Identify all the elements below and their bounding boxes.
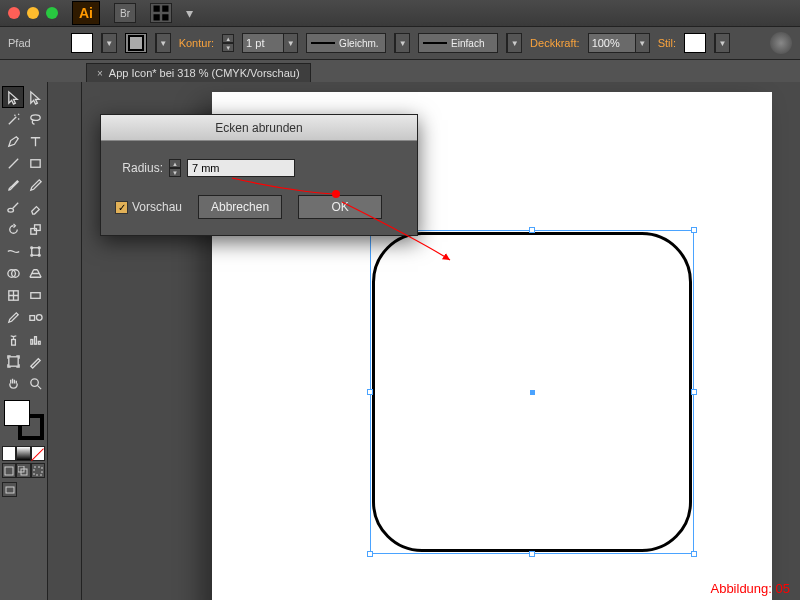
document-tab-bar: × App Icon* bei 318 % (CMYK/Vorschau) <box>0 60 800 82</box>
artboard-tool[interactable] <box>2 350 24 372</box>
brush-profile-basic[interactable]: Einfach <box>418 33 498 53</box>
eraser-tool[interactable] <box>24 196 46 218</box>
symbol-sprayer-tool[interactable] <box>2 328 24 350</box>
rotate-tool[interactable] <box>2 218 24 240</box>
close-window-button[interactable] <box>8 7 20 19</box>
selection-handle[interactable] <box>691 389 697 395</box>
free-transform-tool[interactable] <box>24 240 46 262</box>
svg-rect-21 <box>30 339 32 344</box>
svg-rect-18 <box>29 315 34 320</box>
selection-tool[interactable] <box>2 86 24 108</box>
style-dropdown[interactable]: ▼ <box>714 33 730 53</box>
preview-checkbox[interactable]: ✓ Vorschau <box>115 200 182 214</box>
selection-handle[interactable] <box>529 551 535 557</box>
figure-caption: Abbildung: 05 <box>710 581 790 596</box>
direct-selection-tool[interactable] <box>24 86 46 108</box>
tools-panel <box>0 82 48 600</box>
draw-inside-icon[interactable] <box>31 463 45 478</box>
color-mode-row <box>2 446 45 461</box>
brush-profile-dropdown[interactable]: ▼ <box>506 33 522 53</box>
color-mode-gradient[interactable] <box>16 446 30 461</box>
svg-rect-8 <box>34 224 40 230</box>
svg-point-19 <box>36 314 42 320</box>
zoom-tool[interactable] <box>24 372 46 394</box>
screen-mode-switch[interactable] <box>2 482 45 497</box>
traffic-lights <box>8 7 58 19</box>
line-tool[interactable] <box>2 152 24 174</box>
svg-rect-24 <box>8 356 17 365</box>
style-label: Stil: <box>658 37 676 49</box>
pencil-tool[interactable] <box>24 174 46 196</box>
document-area[interactable]: Ecken abrunden Radius: ▲▼ ✓ Vorschau Abb… <box>82 82 800 600</box>
zoom-window-button[interactable] <box>46 7 58 19</box>
shape-builder-tool[interactable] <box>2 262 24 284</box>
fill-dropdown[interactable]: ▼ <box>101 33 117 53</box>
selection-handle[interactable] <box>367 389 373 395</box>
fill-swatch[interactable] <box>71 33 93 53</box>
stroke-weight-stepper[interactable]: ▲▼ <box>222 34 234 52</box>
fill-stroke-indicator[interactable] <box>4 400 44 440</box>
selection-handle[interactable] <box>529 227 535 233</box>
type-tool[interactable] <box>24 130 46 152</box>
radius-stepper[interactable]: ▲▼ <box>169 159 181 177</box>
selection-center-point <box>530 390 535 395</box>
control-bar: Pfad ▼ ▼ Kontur: ▲▼ ▼ Gleichm. ▼ Einfach… <box>0 26 800 60</box>
document-setup-icon[interactable] <box>770 32 792 54</box>
paintbrush-tool[interactable] <box>2 174 24 196</box>
dropdown-arrow-icon[interactable]: ▾ <box>186 3 208 23</box>
stroke-profile-uniform[interactable]: Gleichm. <box>306 33 386 53</box>
svg-rect-1 <box>162 6 168 12</box>
draw-normal-icon[interactable] <box>2 463 16 478</box>
selection-handle[interactable] <box>691 551 697 557</box>
style-swatch[interactable] <box>684 33 706 53</box>
stroke-cap-label: Gleichm. <box>339 38 378 49</box>
minimize-window-button[interactable] <box>27 7 39 19</box>
rectangle-tool[interactable] <box>24 152 46 174</box>
workspace: Ecken abrunden Radius: ▲▼ ✓ Vorschau Abb… <box>0 82 800 600</box>
cancel-button[interactable]: Abbrechen <box>198 195 282 219</box>
svg-point-4 <box>30 114 39 120</box>
width-tool[interactable] <box>2 240 24 262</box>
draw-behind-icon[interactable] <box>16 463 30 478</box>
bridge-button[interactable]: Br <box>114 3 136 23</box>
color-mode-solid[interactable] <box>2 446 16 461</box>
close-tab-icon[interactable]: × <box>97 68 103 79</box>
screen-mode-icon[interactable] <box>2 482 17 497</box>
pen-tool[interactable] <box>2 130 24 152</box>
selection-handle[interactable] <box>367 551 373 557</box>
magic-wand-tool[interactable] <box>2 108 24 130</box>
svg-rect-0 <box>154 6 160 12</box>
arrange-documents-button[interactable] <box>150 3 172 23</box>
stroke-swatch[interactable] <box>125 33 147 53</box>
svg-rect-22 <box>34 336 36 344</box>
blend-tool[interactable] <box>24 306 46 328</box>
svg-rect-26 <box>5 467 13 475</box>
stroke-weight-input[interactable] <box>243 34 283 52</box>
stroke-weight-field[interactable]: ▼ <box>242 33 298 53</box>
eyedropper-tool[interactable] <box>2 306 24 328</box>
gradient-tool[interactable] <box>24 284 46 306</box>
opacity-input[interactable] <box>589 34 635 52</box>
mesh-tool[interactable] <box>2 284 24 306</box>
checkbox-check-icon: ✓ <box>115 201 128 214</box>
stroke-dropdown[interactable]: ▼ <box>155 33 171 53</box>
slice-tool[interactable] <box>24 350 46 372</box>
perspective-grid-tool[interactable] <box>24 262 46 284</box>
selection-handle[interactable] <box>691 227 697 233</box>
svg-rect-30 <box>6 487 14 493</box>
document-tab[interactable]: × App Icon* bei 318 % (CMYK/Vorschau) <box>86 63 311 82</box>
lasso-tool[interactable] <box>24 108 46 130</box>
hand-tool[interactable] <box>2 372 24 394</box>
radius-label: Radius: <box>115 161 163 175</box>
fill-color-box[interactable] <box>4 400 30 426</box>
color-mode-none[interactable] <box>31 446 45 461</box>
stroke-cap-dropdown[interactable]: ▼ <box>394 33 410 53</box>
window-titlebar: Ai Br ▾ <box>0 0 800 26</box>
scale-tool[interactable] <box>24 218 46 240</box>
ok-button[interactable]: OK <box>298 195 382 219</box>
blob-brush-tool[interactable] <box>2 196 24 218</box>
opacity-field[interactable]: ▼ <box>588 33 650 53</box>
radius-input[interactable] <box>187 159 295 177</box>
opacity-label: Deckkraft: <box>530 37 580 49</box>
column-graph-tool[interactable] <box>24 328 46 350</box>
